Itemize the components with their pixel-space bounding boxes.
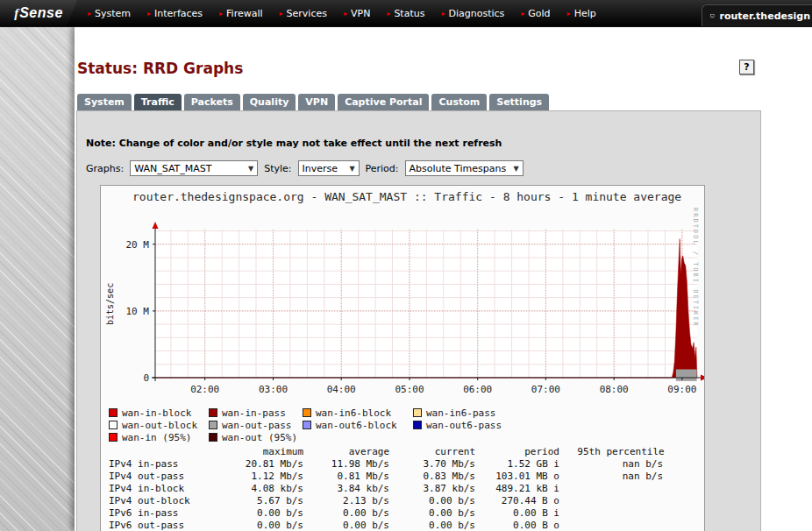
help-icon[interactable]: ? <box>739 60 754 74</box>
nav-item-firewall[interactable]: ▸Firewall <box>219 8 263 19</box>
legend-item: wan-in-block <box>109 407 209 419</box>
stats-cell: 1.12 Mb/s <box>224 471 303 482</box>
rrdtool-watermark: RRDTOOL / TOBI OETIKER <box>692 208 699 365</box>
stats-cell: IPv4 in-pass <box>109 458 224 470</box>
svg-text:02:00: 02:00 <box>190 384 219 395</box>
host-icon <box>710 11 715 22</box>
host-tab[interactable]: router.thedesign <box>702 4 812 26</box>
stats-header-cell: current <box>389 446 475 457</box>
stats-cell: 11.98 Mb/s <box>303 458 389 470</box>
legend-item: wan-in-pass <box>209 407 303 419</box>
rrd-tabs: SystemTrafficPacketsQualityVPNCaptive Po… <box>77 94 549 111</box>
stats-row: IPv4 in-block4.08 kb/s3.84 kb/s3.87 kb/s… <box>109 482 682 494</box>
nav-bullet-icon: ▸ <box>567 10 571 18</box>
svg-text:05:00: 05:00 <box>395 384 424 395</box>
legend-item: wan-out6-pass <box>413 420 502 431</box>
logo-text: Sense <box>19 5 63 21</box>
svg-text:0: 0 <box>143 372 149 384</box>
tab-captive-portal[interactable]: Captive Portal <box>338 94 429 111</box>
legend-swatch-icon <box>109 421 118 429</box>
stats-cell: 0.00 b/s <box>389 495 475 506</box>
graphs-label: Graphs: <box>86 163 124 174</box>
nav-item-system[interactable]: ▸System <box>88 8 131 19</box>
stats-row: IPv4 out-block5.67 b/s2.13 b/s0.00 b/s27… <box>109 494 682 506</box>
svg-text:06:00: 06:00 <box>463 384 492 395</box>
legend-item: wan-in6-block <box>303 407 413 419</box>
nav-item-status[interactable]: ▸Status <box>387 8 424 19</box>
nav-item-services[interactable]: ▸Services <box>280 8 327 19</box>
graph-ylabel: bits/sec <box>105 234 115 374</box>
stats-cell: IPv4 out-pass <box>109 471 224 482</box>
graph-legend: wan-in-blockwan-in-passwan-in6-blockwan-… <box>109 407 502 443</box>
stats-cell: 0.81 Mb/s <box>303 471 389 482</box>
refresh-note: Note: Change of color and/or style may n… <box>86 138 502 149</box>
legend-swatch-icon <box>209 408 217 417</box>
svg-text:08:00: 08:00 <box>600 384 629 395</box>
graph-stats: maximumaveragecurrentperiod95th percenti… <box>109 445 682 531</box>
tab-traffic[interactable]: Traffic <box>134 94 182 111</box>
nav-bullet-icon: ▸ <box>521 10 524 18</box>
stats-cell: IPv6 out-pass <box>109 520 224 531</box>
stats-cell: 4.08 kb/s <box>224 483 303 494</box>
stats-cell: 0.00 b/s <box>224 520 303 531</box>
svg-text:04:00: 04:00 <box>327 384 356 395</box>
top-bar: fSense ▸System▸Interfaces▸Firewall▸Servi… <box>0 0 812 27</box>
stats-cell: 1.52 GB i <box>475 458 559 470</box>
legend-swatch-icon <box>413 421 422 429</box>
top-nav: ▸System▸Interfaces▸Firewall▸Services▸VPN… <box>88 8 596 19</box>
stats-cell: 3.87 kb/s <box>389 483 475 494</box>
pfsense-logo[interactable]: fSense <box>0 0 77 26</box>
stats-row: IPv6 out-pass0.00 b/s0.00 b/s0.00 b/s0.0… <box>109 519 682 531</box>
nav-item-gold[interactable]: ▸Gold <box>521 8 550 19</box>
nav-bullet-icon: ▸ <box>280 10 283 18</box>
stats-header-cell: period <box>475 446 559 457</box>
stats-cell: 270.44 B o <box>475 495 559 506</box>
period-label: Period: <box>366 163 399 174</box>
stats-cell: IPv6 in-pass <box>109 507 224 519</box>
rrd-panel: Note: Change of color and/or style may n… <box>76 110 761 531</box>
stats-header-cell: maximum <box>224 446 303 457</box>
stats-cell: 103.01 MB o <box>475 471 559 482</box>
stats-cell: 0.00 B o <box>475 520 559 531</box>
svg-text:20 M: 20 M <box>126 239 150 251</box>
period-select[interactable]: Absolute Timespans ▼ <box>405 160 524 176</box>
stats-cell: 489.21 kB i <box>475 483 559 494</box>
nav-item-diagnostics[interactable]: ▸Diagnostics <box>441 8 504 19</box>
stats-cell: 20.81 Mb/s <box>224 458 303 470</box>
dropdown-caret-icon: ▼ <box>248 165 253 173</box>
stats-header-cell: average <box>303 446 389 457</box>
stats-cell: IPv4 out-block <box>109 495 224 506</box>
tab-vpn[interactable]: VPN <box>298 94 335 111</box>
nav-item-help[interactable]: ▸Help <box>567 8 596 19</box>
tab-settings[interactable]: Settings <box>489 94 549 111</box>
legend-item: wan-in (95%) <box>109 432 209 443</box>
graphs-select[interactable]: WAN_SAT_MAST ▼ <box>130 160 258 176</box>
legend-item: wan-in6-pass <box>413 407 495 419</box>
content-area: Status: RRD Graphs ? SystemTrafficPacket… <box>75 26 812 531</box>
nav-bullet-icon: ▸ <box>219 10 223 18</box>
stats-header-row: maximumaveragecurrentperiod95th percenti… <box>109 445 682 457</box>
tab-packets[interactable]: Packets <box>184 94 240 111</box>
logo-f: f <box>14 6 18 21</box>
tab-custom[interactable]: Custom <box>431 94 487 111</box>
legend-swatch-icon <box>303 408 311 417</box>
dropdown-caret-icon: ▼ <box>513 165 518 173</box>
legend-item: wan-out6-block <box>303 420 413 431</box>
stats-cell: 3.70 Mb/s <box>389 458 475 470</box>
period-select-value: Absolute Timespans <box>410 163 507 174</box>
legend-swatch-icon <box>303 421 311 429</box>
nav-item-vpn[interactable]: ▸VPN <box>344 8 370 19</box>
stats-row: IPv4 in-pass20.81 Mb/s11.98 Mb/s3.70 Mb/… <box>109 457 682 470</box>
svg-text:10 M: 10 M <box>126 306 150 317</box>
tab-quality[interactable]: Quality <box>243 94 296 111</box>
style-select[interactable]: Inverse ▼ <box>298 160 360 176</box>
stats-cell: 5.67 b/s <box>224 495 303 506</box>
svg-text:07:00: 07:00 <box>531 384 560 395</box>
stats-row: IPv6 in-pass0.00 b/s0.00 b/s0.00 b/s0.00… <box>109 506 682 519</box>
nav-bullet-icon: ▸ <box>387 10 390 18</box>
nav-item-interfaces[interactable]: ▸Interfaces <box>147 8 203 19</box>
stats-cell: 0.00 b/s <box>303 520 389 531</box>
tab-system[interactable]: System <box>77 94 132 111</box>
stats-cell: nan b/s <box>559 471 682 482</box>
legend-swatch-icon <box>209 421 217 429</box>
